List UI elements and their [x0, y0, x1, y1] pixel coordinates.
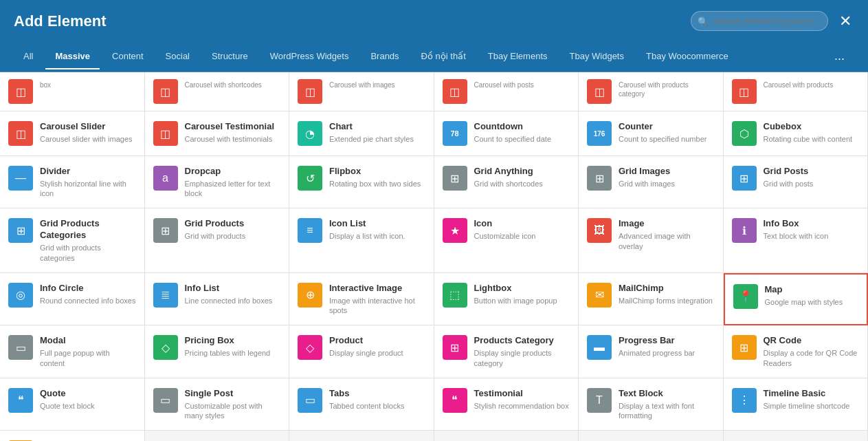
item-icon: ◫ — [732, 79, 757, 104]
list-item[interactable] — [289, 431, 434, 441]
item-name: Info List — [185, 283, 281, 294]
item-icon: ❝ — [443, 388, 467, 413]
list-item[interactable]: ❝QuoteQuote text block — [0, 378, 145, 431]
list-item[interactable]: ❝TestimonialStylish recommendation box — [434, 378, 579, 431]
list-item[interactable]: ◫ Carousel with products — [724, 72, 869, 111]
list-item[interactable] — [579, 431, 724, 441]
list-item[interactable]: ◇Pricing BoxPricing tables with legend — [145, 325, 290, 378]
tab-massive[interactable]: Massive — [45, 44, 100, 69]
item-icon: ◇ — [298, 335, 322, 360]
list-item[interactable]: ◫ Carousel with images — [289, 72, 434, 111]
item-name: Single Post — [185, 388, 281, 400]
list-item[interactable]: 📍MapGoogle map with styles — [724, 273, 869, 325]
item-icon: ◫ — [8, 121, 33, 146]
list-item[interactable] — [434, 431, 579, 441]
list-item[interactable]: ◎iHoveriHover with different animations — [0, 431, 145, 441]
item-icon: ▬ — [587, 335, 612, 360]
list-item[interactable]: ◫ Carousel with posts — [434, 72, 579, 111]
list-item[interactable]: ≣Info ListLine connected info boxes — [145, 273, 290, 325]
list-item[interactable]: ◫ box — [0, 72, 145, 111]
list-item[interactable]: ▬Progress BarAnimated progress bar — [579, 325, 724, 378]
tab-social[interactable]: Social — [156, 44, 199, 69]
list-item[interactable]: 78CountdownCount to specified date — [434, 111, 579, 156]
item-name: QR Code — [764, 335, 860, 347]
item-desc: Line connected info boxes — [185, 296, 281, 305]
item-icon: ↺ — [298, 166, 322, 191]
list-item[interactable]: ⊞Grid ProductsGrid with products — [145, 208, 290, 272]
item-name: MailChimp — [619, 283, 715, 294]
item-text: IconCustomizable icon — [474, 218, 570, 241]
item-text: box — [40, 79, 136, 89]
list-item[interactable]: ★IconCustomizable icon — [434, 208, 579, 272]
list-item[interactable]: 🖼ImageAdvanced image with overlay — [579, 208, 724, 272]
item-text: Carousel with products category — [619, 79, 715, 98]
item-text: Products CategoryDisplay single products… — [474, 335, 570, 367]
list-item[interactable] — [145, 431, 290, 441]
list-item[interactable]: ◫ Carousel with products category — [579, 72, 724, 111]
list-item[interactable]: ⬚LightboxButton with image popup — [434, 273, 579, 325]
list-item[interactable]: ✉MailChimpMailChimp forms integration — [579, 273, 724, 325]
list-item[interactable] — [724, 431, 869, 441]
item-desc: Animated progress bar — [619, 348, 715, 358]
tab-structure[interactable]: Structure — [202, 44, 258, 69]
list-item[interactable]: ◫ Carousel with shortcodes — [145, 72, 290, 111]
tab-tbay-elements[interactable]: Tbay Elements — [478, 44, 557, 69]
list-item[interactable]: ▭ModalFull page popup with content — [0, 325, 145, 378]
item-desc: Display single products category — [474, 348, 570, 368]
item-desc: Carousel with products — [764, 80, 860, 89]
item-text: Grid PostsGrid with posts — [764, 166, 860, 189]
item-text: Icon ListDisplay a list with icon. — [329, 218, 425, 241]
item-desc: Carousel with shortcodes — [185, 80, 281, 89]
tab-content[interactable]: Content — [102, 44, 153, 69]
list-item[interactable]: ◎Info CircleRound connected info boxes — [0, 273, 145, 325]
list-item[interactable]: TText BlockDisplay a text with font form… — [579, 378, 724, 431]
item-icon: ▭ — [298, 388, 322, 413]
list-item[interactable]: ⊕Interactive ImageImage with interactive… — [289, 273, 434, 325]
item-desc: Display a text with font formatting — [619, 401, 715, 421]
list-item[interactable]: ⊞Grid Products CategoriesGrid with produ… — [0, 208, 145, 272]
item-text: Info BoxText block with icon — [764, 218, 860, 241]
tab-tbay-widgets[interactable]: Tbay Widgets — [560, 44, 634, 69]
list-item[interactable]: ⊞Grid ImagesGrid with images — [579, 156, 724, 208]
item-desc: Customizable post with many styles — [185, 401, 281, 421]
item-desc: Quote text block — [40, 401, 136, 411]
list-item[interactable]: ⊞QR CodeDisplay a code for QR Code Reade… — [724, 325, 869, 378]
item-name: Timeline Basic — [764, 388, 860, 400]
item-desc: Image with interactive hot spots — [329, 296, 425, 316]
tab-brands[interactable]: Brands — [361, 44, 408, 69]
item-name: Info Box — [764, 218, 860, 230]
dialog-title: Add Element — [14, 12, 106, 30]
item-text: Carousel with posts — [474, 79, 570, 89]
item-icon: ⊞ — [587, 166, 612, 191]
list-item[interactable]: aDropcapEmphasized letter for text block — [145, 156, 290, 208]
list-item[interactable]: ⊞Products CategoryDisplay single product… — [434, 325, 579, 378]
list-item[interactable]: ℹInfo BoxText block with icon — [724, 208, 869, 272]
close-button[interactable]: ✕ — [836, 12, 854, 30]
list-item[interactable]: 176CounterCount to specified number — [579, 111, 724, 156]
item-name: Grid Anything — [474, 166, 570, 178]
list-item[interactable]: ◫Carousel TestimonialCarousel with testi… — [145, 111, 290, 156]
list-item[interactable]: ↺FlipboxRotating box with two sides — [289, 156, 434, 208]
list-item[interactable]: ⬡CubeboxRotating cube with content — [724, 111, 869, 156]
item-name: Icon — [474, 218, 570, 230]
list-item[interactable]: ◫Carousel SliderCarousel slider with ima… — [0, 111, 145, 156]
list-item[interactable]: ▭TabsTabbed content blocks — [289, 378, 434, 431]
list-item[interactable]: ⊞Grid PostsGrid with posts — [724, 156, 869, 208]
item-text: MapGoogle map with styles — [765, 284, 859, 307]
tab-more[interactable]: ... — [825, 42, 854, 72]
item-icon: ⊕ — [298, 283, 322, 308]
item-name: Flipbox — [329, 166, 425, 178]
list-item[interactable]: —DividerStylish horizontal line with ico… — [0, 156, 145, 208]
list-item[interactable]: ≡Icon ListDisplay a list with icon. — [289, 208, 434, 272]
item-name: Pricing Box — [185, 335, 281, 347]
tab-all[interactable]: All — [14, 44, 43, 69]
list-item[interactable]: ⋮Timeline BasicSimple timeline shortcode — [724, 378, 869, 431]
search-input[interactable] — [691, 11, 828, 31]
tab-do-noi-that[interactable]: Đồ nội thất — [412, 44, 476, 69]
list-item[interactable]: ▭Single PostCustomizable post with many … — [145, 378, 290, 431]
list-item[interactable]: ◇ProductDisplay single product — [289, 325, 434, 378]
tab-tbay-woocommerce[interactable]: Tbay Woocommerce — [636, 44, 738, 69]
list-item[interactable]: ⊞Grid AnythingGrid with shortcodes — [434, 156, 579, 208]
list-item[interactable]: ◔ChartExtended pie chart styles — [289, 111, 434, 156]
tab-wordpress-widgets[interactable]: WordPress Widgets — [260, 44, 359, 69]
